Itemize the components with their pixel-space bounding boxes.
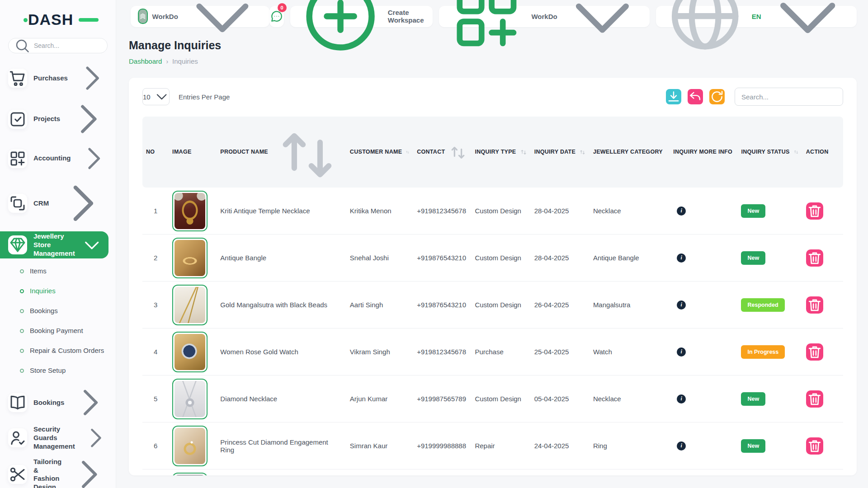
main-content: Manage Inquiries Dashboard › Inquiries 1… xyxy=(116,33,868,488)
sidebar-item-accounting[interactable]: Accounting xyxy=(0,141,116,176)
status-badge[interactable]: In Progress xyxy=(741,345,785,359)
table-body: 1Kriti Antique Temple NecklaceKritika Me… xyxy=(142,188,843,475)
delete-button[interactable] xyxy=(806,437,823,455)
bullet-icon xyxy=(20,349,24,353)
sidebar-subitem-bookings[interactable]: Bookings xyxy=(0,301,116,321)
sidebar-search-input[interactable] xyxy=(34,42,102,49)
check-square-icon xyxy=(8,110,27,129)
cell-date: 26-04-2025 xyxy=(531,282,590,328)
bullet-icon xyxy=(20,269,24,273)
cell-no: 1 xyxy=(142,188,169,235)
sidebar-item-tailoring-fashion-design[interactable]: Tailoring & Fashion Design xyxy=(0,453,116,488)
info-icon[interactable]: i xyxy=(677,441,686,450)
info-icon[interactable]: i xyxy=(677,300,686,310)
bullet-icon xyxy=(20,369,24,373)
column-header-contact[interactable]: CONTACT xyxy=(413,117,471,188)
cell-customer: Kritika Menon xyxy=(346,188,413,235)
export-button[interactable] xyxy=(666,89,681,104)
cell-image xyxy=(169,422,217,469)
column-header-date[interactable]: INQUIRY DATE xyxy=(531,117,590,188)
sidebar-item-crm[interactable]: CRM xyxy=(0,175,116,231)
cell-date: 24-04-2025 xyxy=(531,422,590,469)
table-row: 5Diamond NecklaceArjun Kumar+91998756578… xyxy=(142,375,843,422)
cell-type: Purchase xyxy=(471,328,530,375)
table-controls: 10 Entries Per Page xyxy=(142,88,843,106)
sidebar-item-jewellery-store-management[interactable]: Jewellery Store Management xyxy=(0,231,108,258)
header-actions: 0 Create Workspace WorkDo EN xyxy=(269,6,857,27)
column-header-status[interactable]: INQUIRY STATUS xyxy=(737,117,802,188)
cell-product: Gold Mangalsutra with Black Beads xyxy=(217,282,346,328)
workspace-label: WorkDo xyxy=(152,13,178,20)
breadcrumb-dashboard-link[interactable]: Dashboard xyxy=(129,57,162,65)
sidebar-item-label: CRM xyxy=(33,199,49,208)
trash-icon xyxy=(806,249,823,267)
scissors-icon xyxy=(8,465,27,484)
create-workspace-button[interactable]: Create Workspace xyxy=(290,6,433,27)
delete-button[interactable] xyxy=(806,249,823,267)
breadcrumb: Dashboard › Inquiries xyxy=(129,57,857,65)
column-label: CONTACT xyxy=(417,149,445,155)
product-image xyxy=(175,475,205,475)
cell-image xyxy=(169,375,217,422)
sort-icon xyxy=(520,148,527,155)
delete-button[interactable] xyxy=(806,343,823,361)
delete-button[interactable] xyxy=(806,390,823,408)
messages-button[interactable]: 0 xyxy=(269,6,284,27)
app-logo[interactable]: DASH xyxy=(28,11,91,29)
sidebar-subitem-booking-payment[interactable]: Booking Payment xyxy=(0,321,116,341)
sidebar-item-projects[interactable]: Projects xyxy=(0,97,116,141)
chevron-right-icon xyxy=(71,383,109,422)
column-header-category[interactable]: JEWELLERY CATEGORY xyxy=(590,117,670,188)
cell-product: Antique Bangle xyxy=(217,235,346,282)
chevron-down-icon xyxy=(154,89,169,104)
sidebar-search[interactable] xyxy=(8,38,108,53)
cell-image xyxy=(169,235,217,282)
column-header-product[interactable]: PRODUCT NAME xyxy=(217,117,346,188)
sidebar-item-security-guards-management[interactable]: Security Guards Management xyxy=(0,423,116,453)
column-header-action: ACTION xyxy=(802,117,843,188)
status-badge[interactable]: New xyxy=(741,204,765,218)
status-badge[interactable]: Responded xyxy=(741,298,784,312)
delete-button[interactable] xyxy=(806,202,823,220)
cell-no: 5 xyxy=(142,375,169,422)
info-icon[interactable]: i xyxy=(677,253,686,263)
cell-contact: +919812345678 xyxy=(413,328,471,375)
reset-button[interactable] xyxy=(688,89,703,104)
cell-type: Custom Design xyxy=(471,469,530,475)
delete-button[interactable] xyxy=(806,296,823,314)
sidebar-item-bookings[interactable]: Bookings xyxy=(0,382,116,423)
status-badge[interactable]: New xyxy=(741,251,765,265)
table-row: 3Gold Mangalsutra with Black BeadsAarti … xyxy=(142,282,843,328)
sidebar-item-purchases[interactable]: Purchases xyxy=(0,60,116,97)
info-icon[interactable]: i xyxy=(677,206,686,216)
sidebar-subitem-repair-custom-orders[interactable]: Repair & Custom Orders xyxy=(0,341,116,361)
sidebar-subitem-inquiries[interactable]: Inquiries xyxy=(0,281,116,301)
workspace-pill[interactable]: WorkDo xyxy=(131,6,269,27)
column-header-type[interactable]: INQUIRY TYPE xyxy=(471,117,530,188)
info-icon[interactable]: i xyxy=(677,347,686,357)
cell-status: New xyxy=(737,235,802,282)
refresh-button[interactable] xyxy=(709,89,725,104)
sidebar-item-label: Tailoring & Fashion Design xyxy=(33,458,61,488)
workspace-switcher[interactable]: WorkDo xyxy=(439,6,650,27)
product-thumbnail xyxy=(172,285,208,325)
info-icon[interactable]: i xyxy=(677,394,686,404)
language-switcher[interactable]: EN xyxy=(656,6,857,27)
cell-customer: Simran Kaur xyxy=(346,422,413,469)
cell-more-info: i xyxy=(670,328,737,375)
bullet-icon xyxy=(20,329,24,333)
cell-status: New xyxy=(737,422,802,469)
sidebar-subitem-items[interactable]: Items xyxy=(0,261,116,281)
product-image xyxy=(175,193,205,229)
table-search-input[interactable] xyxy=(735,88,843,106)
entries-per-page-select[interactable]: 10 xyxy=(142,88,170,105)
product-image xyxy=(175,240,205,276)
product-image xyxy=(175,334,205,370)
sidebar-subitem-label: Booking Payment xyxy=(30,327,83,335)
sidebar-subitem-store-setup[interactable]: Store Setup xyxy=(0,361,116,380)
status-badge[interactable]: New xyxy=(741,439,765,453)
status-badge[interactable]: New xyxy=(741,392,765,406)
cell-status: New xyxy=(737,375,802,422)
column-header-customer[interactable]: CUSTOMER NAME xyxy=(346,117,413,188)
messages-badge: 0 xyxy=(278,3,287,12)
